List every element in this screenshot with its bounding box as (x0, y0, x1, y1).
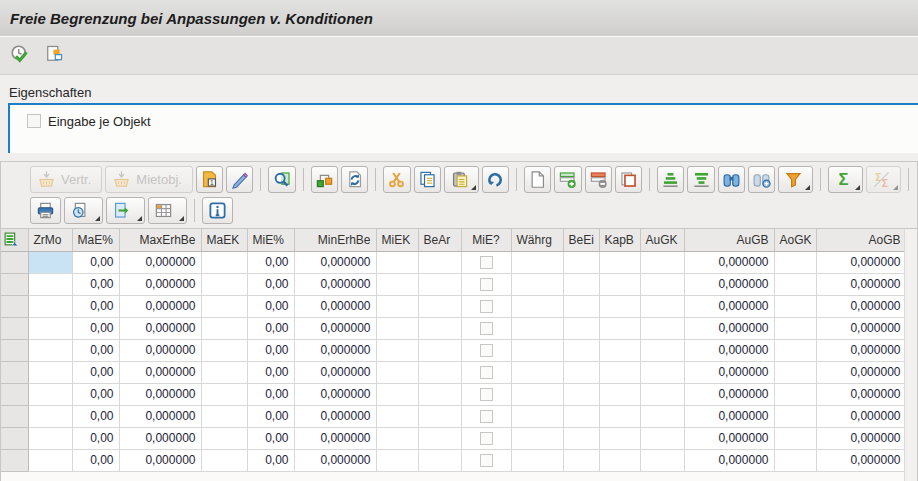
cell-miek[interactable] (376, 427, 418, 449)
refresh-button[interactable] (341, 166, 368, 193)
cell-waehrg[interactable] (511, 339, 563, 361)
cell-minerhbe[interactable]: 0,000000 (294, 361, 376, 383)
row-selector[interactable] (1, 251, 28, 273)
cell-beei[interactable] (563, 273, 599, 295)
cell-augk[interactable] (640, 361, 684, 383)
cell-beei[interactable] (563, 251, 599, 273)
undo-button[interactable] (482, 166, 509, 193)
cell-waehrg[interactable] (511, 361, 563, 383)
cell-maek[interactable] (201, 405, 247, 427)
row-selector[interactable] (1, 295, 28, 317)
delete-row-button[interactable] (585, 166, 612, 193)
cell-augk[interactable] (640, 295, 684, 317)
cell-kapb[interactable] (599, 383, 640, 405)
cell-mae_pct[interactable]: 0,00 (72, 383, 119, 405)
cell-beei[interactable] (563, 449, 599, 471)
cell-aogk[interactable] (774, 427, 816, 449)
cell-aogk[interactable] (774, 295, 816, 317)
column-header-mie_q[interactable]: MiE? (461, 229, 511, 251)
cell-maxerhbe[interactable]: 0,000000 (119, 383, 201, 405)
select-all-header[interactable] (1, 229, 28, 251)
cell-maxerhbe[interactable]: 0,000000 (119, 361, 201, 383)
cell-waehrg[interactable] (511, 427, 563, 449)
cell-augb[interactable]: 0,000000 (684, 295, 774, 317)
subtotal-button[interactable]: ΣΣ (866, 166, 901, 193)
cell-minerhbe[interactable]: 0,000000 (294, 339, 376, 361)
cell-minerhbe[interactable]: 0,000000 (294, 405, 376, 427)
cell-zrmo[interactable] (28, 405, 72, 427)
cell-zrmo[interactable] (28, 383, 72, 405)
cell-maxerhbe[interactable]: 0,000000 (119, 339, 201, 361)
cell-zrmo[interactable] (28, 449, 72, 471)
cell-mie_pct[interactable]: 0,00 (247, 273, 294, 295)
cell-bear[interactable] (418, 339, 461, 361)
cell-beei[interactable] (563, 427, 599, 449)
cell-aogb[interactable]: 0,000000 (816, 361, 906, 383)
mie-checkbox[interactable] (480, 366, 493, 379)
cell-mie_pct[interactable]: 0,00 (247, 295, 294, 317)
cell-aogk[interactable] (774, 405, 816, 427)
copy-number-button[interactable]: 1 (196, 166, 223, 193)
cell-miek[interactable] (376, 383, 418, 405)
column-header-kapb[interactable]: KapB (599, 229, 640, 251)
cell-miek[interactable] (376, 339, 418, 361)
cell-beei[interactable] (563, 339, 599, 361)
mie-checkbox[interactable] (480, 322, 493, 335)
cell-waehrg[interactable] (511, 317, 563, 339)
column-header-maek[interactable]: MaEK (201, 229, 247, 251)
cell-zrmo[interactable] (28, 273, 72, 295)
cell-augb[interactable]: 0,000000 (684, 317, 774, 339)
cell-kapb[interactable] (599, 405, 640, 427)
hierarchy-button[interactable] (311, 166, 338, 193)
column-header-augb[interactable]: AuGB (684, 229, 774, 251)
cell-mae_pct[interactable]: 0,00 (72, 405, 119, 427)
cell-waehrg[interactable] (511, 449, 563, 471)
cell-aogb[interactable]: 0,000000 (816, 317, 906, 339)
cell-bear[interactable] (418, 427, 461, 449)
column-header-zrmo[interactable]: ZrMo (28, 229, 72, 251)
cell-zrmo[interactable] (28, 427, 72, 449)
cell-bear[interactable] (418, 405, 461, 427)
cell-augk[interactable] (640, 339, 684, 361)
cell-maek[interactable] (201, 427, 247, 449)
cut-button[interactable] (383, 166, 410, 193)
mie-checkbox[interactable] (480, 410, 493, 423)
cell-mae_pct[interactable]: 0,00 (72, 361, 119, 383)
cell-augk[interactable] (640, 449, 684, 471)
sort-descending-button[interactable] (687, 166, 714, 193)
cell-miek[interactable] (376, 273, 418, 295)
cell-augb[interactable]: 0,000000 (684, 405, 774, 427)
cell-minerhbe[interactable]: 0,000000 (294, 251, 376, 273)
cell-mie_pct[interactable]: 0,00 (247, 361, 294, 383)
new-entry-button[interactable] (524, 166, 551, 193)
cell-aogb[interactable]: 0,000000 (816, 449, 906, 471)
choose-layout-button[interactable] (148, 197, 187, 224)
cell-kapb[interactable] (599, 427, 640, 449)
cell-maxerhbe[interactable]: 0,000000 (119, 317, 201, 339)
cell-maxerhbe[interactable]: 0,000000 (119, 427, 201, 449)
cell-minerhbe[interactable]: 0,000000 (294, 273, 376, 295)
cell-augk[interactable] (640, 251, 684, 273)
filter-button[interactable] (778, 166, 813, 193)
cell-bear[interactable] (418, 295, 461, 317)
cell-kapb[interactable] (599, 251, 640, 273)
column-header-beei[interactable]: BeEi (563, 229, 599, 251)
column-header-maxerhbe[interactable]: MaxErhBe (119, 229, 201, 251)
cell-mae_pct[interactable]: 0,00 (72, 295, 119, 317)
row-selector[interactable] (1, 317, 28, 339)
execute-button[interactable] (9, 45, 31, 67)
cell-aogk[interactable] (774, 251, 816, 273)
cell-zrmo[interactable] (28, 295, 72, 317)
print-preview-button[interactable] (64, 197, 103, 224)
cell-maxerhbe[interactable]: 0,000000 (119, 295, 201, 317)
cell-maek[interactable] (201, 361, 247, 383)
row-selector[interactable] (1, 449, 28, 471)
cell-mie_pct[interactable]: 0,00 (247, 427, 294, 449)
cell-miek[interactable] (376, 317, 418, 339)
cell-aogb[interactable]: 0,000000 (816, 405, 906, 427)
mie-checkbox[interactable] (480, 278, 493, 291)
cell-maxerhbe[interactable]: 0,000000 (119, 405, 201, 427)
copy-rows-button[interactable] (414, 166, 441, 193)
cell-bear[interactable] (418, 383, 461, 405)
detail-view-button[interactable] (268, 166, 295, 193)
